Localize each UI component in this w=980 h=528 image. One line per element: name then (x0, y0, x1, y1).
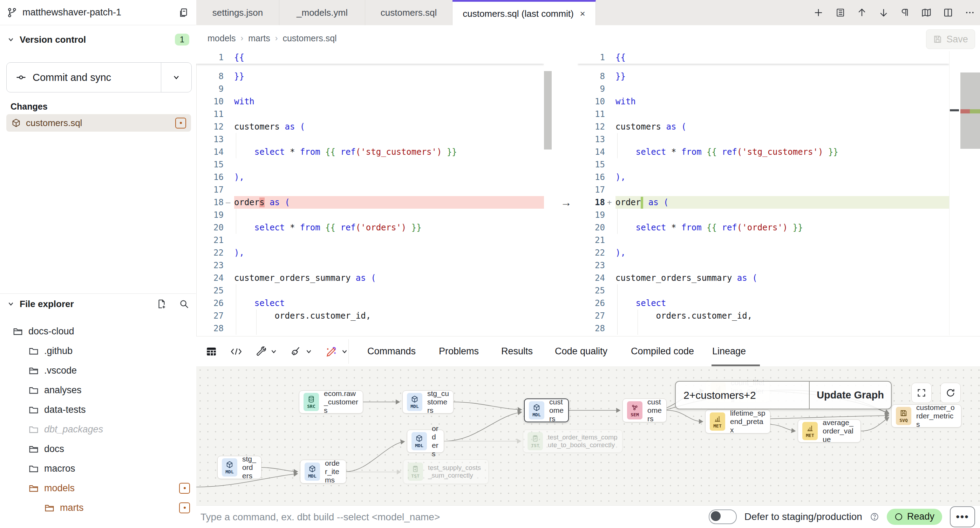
lineage-node-ecom-raw-customers[interactable]: SRCecom.raw_customers (299, 390, 363, 414)
breadcrumb-item[interactable]: models (207, 33, 236, 43)
code-line-20[interactable]: 20 select * from {{ ref('orders') }} (578, 221, 949, 234)
code-line-10[interactable]: 10with (196, 95, 544, 108)
panel-tab-problems[interactable]: Problems (439, 336, 479, 366)
panel-tab-lineage[interactable]: Lineage (712, 336, 746, 366)
help-icon[interactable] (870, 512, 879, 521)
diff-pane-modified[interactable]: 1{{8}}910with1112customers as (1314 sele… (578, 51, 949, 335)
code-line-14[interactable]: 14 select * from {{ ref('stg_customers')… (578, 146, 949, 158)
code-line-27[interactable]: 27 orders.customer_id, (578, 309, 949, 322)
overview-ruler[interactable] (960, 51, 980, 335)
code-line-23[interactable]: 23 (196, 259, 544, 272)
code-line-11[interactable]: 11 (578, 108, 949, 121)
copy-file-icon[interactable] (178, 7, 189, 18)
code-line-16[interactable]: 16), (196, 171, 544, 184)
status-badge[interactable]: Ready (887, 509, 942, 525)
breadcrumb-item[interactable]: customers.sql (283, 33, 336, 43)
outline-list-icon[interactable] (835, 7, 845, 18)
code-line-8[interactable]: 8}} (578, 70, 949, 82)
more-icon[interactable] (964, 7, 975, 18)
code-line-11[interactable]: 11 (196, 108, 544, 121)
lineage-selector-input[interactable]: 2+customers+2 (676, 382, 809, 409)
code-line-13[interactable]: 13 (196, 133, 544, 146)
split-editor-icon[interactable] (943, 7, 953, 18)
code-line-19[interactable]: 19 (578, 209, 949, 221)
changed-file-row[interactable]: customers.sql (6, 114, 191, 132)
lineage-node-test-order-items-compute-to-bools-correctly[interactable]: TSTtest_order_items_compute_to_bools_cor… (523, 430, 622, 453)
defer-toggle[interactable] (709, 509, 737, 524)
tab-customers-sql[interactable]: customers.sql (365, 0, 452, 25)
file-tree-item--vscode[interactable]: .vscode (29, 362, 190, 379)
results-table-icon[interactable] (205, 346, 217, 357)
revert-change-arrow-icon[interactable]: → (558, 196, 574, 209)
refresh-button[interactable] (940, 383, 961, 403)
new-file-icon[interactable] (156, 299, 167, 309)
code-line-15[interactable]: 15 (196, 158, 544, 171)
panel-tab-commands[interactable]: Commands (368, 336, 416, 366)
code-line-22[interactable]: 22), (578, 246, 949, 259)
code-line-24[interactable]: 24customer_orders_summary as ( (196, 272, 544, 284)
lineage-node-order-items[interactable]: MDLorder_items (300, 460, 346, 484)
code-line-12[interactable]: 12customers as ( (578, 121, 949, 133)
diff-pane-original[interactable]: 1{{8}}910with1112customers as (1314 sele… (196, 51, 544, 335)
plus-icon[interactable] (813, 7, 824, 18)
file-tree-item-models[interactable]: models (29, 479, 190, 497)
code-line-17[interactable]: 17 (196, 184, 544, 196)
code-line-27[interactable]: 27 orders.customer_id, (196, 309, 544, 322)
tab--models-yml[interactable]: _models.yml (279, 0, 365, 25)
panel-tab-results[interactable]: Results (501, 336, 533, 366)
command-input[interactable] (200, 506, 657, 528)
clean-broom-icon[interactable] (290, 346, 313, 357)
panel-tab-code-quality[interactable]: Code quality (555, 336, 608, 366)
file-tree-item-marts[interactable]: marts (44, 499, 190, 517)
update-graph-button[interactable]: Update Graph (809, 382, 891, 409)
code-line-24[interactable]: 24customer_orders_summary as ( (578, 272, 949, 284)
lineage-node-customer-order-metrics[interactable]: SVQcustomer_order_metrics (891, 404, 961, 428)
tab-settings-json[interactable]: settings.json (196, 0, 279, 25)
lineage-node-test-supply-costs-sum-correctly[interactable]: TSTtest_supply_costs_sum_correctly (403, 459, 488, 484)
file-tree-item-analyses[interactable]: analyses (29, 381, 190, 399)
lineage-node-stg-customers[interactable]: MDLstg_customers (402, 390, 453, 414)
code-line-19[interactable]: 19 (196, 209, 544, 221)
left-pane-scrollbar[interactable] (544, 71, 552, 149)
code-line-20[interactable]: 20 select * from {{ ref('orders') }} (196, 221, 544, 234)
commit-and-sync-main[interactable]: Commit and sync (7, 63, 161, 92)
lineage-node-customers[interactable]: SEMcustomers (622, 398, 667, 422)
arrow-down-icon[interactable] (878, 7, 889, 18)
more-options-button[interactable]: ••• (950, 506, 975, 527)
lineage-node-lifetime-spend-pretax[interactable]: METlifetime_spend_pretax (705, 410, 770, 433)
file-tree-item-docs-cloud[interactable]: docs-cloud (13, 322, 190, 340)
close-icon[interactable]: × (580, 8, 585, 19)
pilcrow-icon[interactable] (900, 8, 910, 17)
code-line-25[interactable]: 25 (578, 284, 949, 297)
lineage-node-average-order-value[interactable]: METaverage_order_value (798, 419, 861, 442)
code-line-28[interactable]: 28 (196, 322, 544, 335)
code-line-18[interactable]: 18–orders as ( (196, 196, 544, 209)
commit-options-caret[interactable] (161, 63, 191, 92)
file-tree-item-data-tests[interactable]: data-tests (29, 401, 190, 419)
code-line-26[interactable]: 26 select (196, 297, 544, 309)
lineage-node-stg-orders[interactable]: MDLstg_orders (217, 456, 261, 479)
file-tree-item-dbt-packages[interactable]: dbt_packages (29, 420, 190, 438)
file-explorer-header[interactable]: File explorer (7, 296, 189, 312)
map-icon[interactable] (921, 7, 932, 18)
file-tree-item--github[interactable]: .github (29, 342, 190, 360)
arrow-up-icon[interactable] (857, 7, 867, 18)
build-wrench-icon[interactable] (255, 346, 278, 357)
code-line-14[interactable]: 14 select * from {{ ref('stg_customers')… (196, 146, 544, 158)
code-line-9[interactable]: 9 (578, 82, 949, 95)
file-tree-item-macros[interactable]: macros (29, 459, 190, 477)
file-tree-item-docs[interactable]: docs (29, 440, 190, 458)
fix-wand-icon[interactable] (325, 346, 348, 357)
fullscreen-button[interactable] (911, 383, 932, 403)
version-control-header[interactable]: Version control 1 (7, 33, 189, 46)
code-line-17[interactable]: 17 (578, 184, 949, 196)
panel-tab-compiled-code[interactable]: Compiled code (631, 336, 694, 366)
code-line-28[interactable]: 28 (578, 322, 949, 335)
code-line-16[interactable]: 16), (578, 171, 949, 184)
code-icon[interactable] (230, 346, 243, 357)
code-line-15[interactable]: 15 (578, 158, 949, 171)
save-button[interactable]: Save (926, 29, 975, 49)
code-line-10[interactable]: 10with (578, 95, 949, 108)
code-line-21[interactable]: 21 (196, 234, 544, 246)
code-line-22[interactable]: 22), (196, 246, 544, 259)
